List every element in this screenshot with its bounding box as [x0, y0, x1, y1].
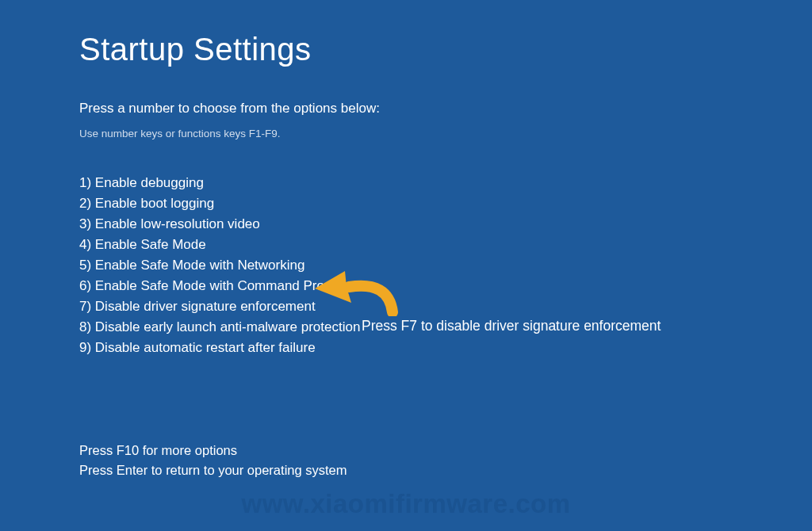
annotation-label: Press F7 to disable driver signature enf… — [362, 318, 661, 334]
watermark-text: www.xiaomifirmware.com — [241, 489, 570, 519]
annotation-arrow-icon — [313, 265, 400, 316]
option-1-debugging[interactable]: 1) Enable debugging — [79, 173, 812, 193]
startup-settings-screen: Startup Settings Press a number to choos… — [0, 0, 812, 480]
option-2-boot-logging[interactable]: 2) Enable boot logging — [79, 193, 812, 214]
option-4-safe-mode[interactable]: 4) Enable Safe Mode — [79, 235, 812, 255]
hint-text: Use number keys or functions keys F1-F9. — [79, 128, 812, 139]
footer-f10: Press F10 for more options — [79, 441, 812, 460]
footer-text: Press F10 for more options Press Enter t… — [79, 441, 812, 480]
option-5-safe-mode-networking[interactable]: 5) Enable Safe Mode with Networking — [79, 255, 812, 276]
footer-enter: Press Enter to return to your operating … — [79, 460, 812, 480]
option-9-disable-auto-restart[interactable]: 9) Disable automatic restart after failu… — [79, 338, 812, 358]
subtitle-text: Press a number to choose from the option… — [79, 101, 812, 117]
option-3-low-res-video[interactable]: 3) Enable low-resolution video — [79, 214, 812, 235]
option-7-disable-driver-sig[interactable]: 7) Disable driver signature enforcement — [79, 296, 812, 317]
page-title: Startup Settings — [79, 32, 812, 67]
option-6-safe-mode-cmd[interactable]: 6) Enable Safe Mode with Command Prompt — [79, 276, 812, 296]
